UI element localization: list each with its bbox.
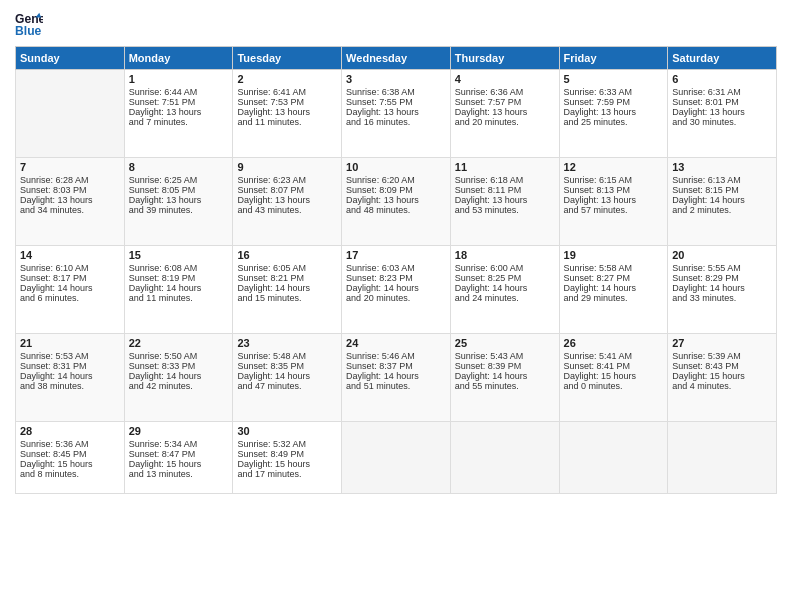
weekday-header-saturday: Saturday <box>668 47 777 70</box>
daylight-text: and 7 minutes. <box>129 117 229 127</box>
day-number: 9 <box>237 161 337 173</box>
week-row-1: 1Sunrise: 6:44 AMSunset: 7:51 PMDaylight… <box>16 70 777 158</box>
daylight-text: Daylight: 14 hours <box>672 195 772 205</box>
daylight-text: Daylight: 13 hours <box>346 107 446 117</box>
daylight-text: Daylight: 14 hours <box>20 371 120 381</box>
sunrise-text: Sunrise: 6:13 AM <box>672 175 772 185</box>
daylight-text: and 25 minutes. <box>564 117 664 127</box>
daylight-text: and 0 minutes. <box>564 381 664 391</box>
calendar-cell: 22Sunrise: 5:50 AMSunset: 8:33 PMDayligh… <box>124 334 233 422</box>
sunrise-text: Sunrise: 6:38 AM <box>346 87 446 97</box>
sunset-text: Sunset: 7:59 PM <box>564 97 664 107</box>
calendar-cell: 20Sunrise: 5:55 AMSunset: 8:29 PMDayligh… <box>668 246 777 334</box>
daylight-text: and 11 minutes. <box>129 293 229 303</box>
day-number: 5 <box>564 73 664 85</box>
daylight-text: and 20 minutes. <box>346 293 446 303</box>
day-number: 20 <box>672 249 772 261</box>
sunrise-text: Sunrise: 6:36 AM <box>455 87 555 97</box>
daylight-text: and 15 minutes. <box>237 293 337 303</box>
calendar-cell: 23Sunrise: 5:48 AMSunset: 8:35 PMDayligh… <box>233 334 342 422</box>
daylight-text: and 24 minutes. <box>455 293 555 303</box>
sunrise-text: Sunrise: 5:41 AM <box>564 351 664 361</box>
sunset-text: Sunset: 8:21 PM <box>237 273 337 283</box>
daylight-text: Daylight: 14 hours <box>129 371 229 381</box>
day-number: 29 <box>129 425 229 437</box>
daylight-text: and 4 minutes. <box>672 381 772 391</box>
daylight-text: and 51 minutes. <box>346 381 446 391</box>
calendar-cell: 5Sunrise: 6:33 AMSunset: 7:59 PMDaylight… <box>559 70 668 158</box>
daylight-text: Daylight: 14 hours <box>564 283 664 293</box>
daylight-text: Daylight: 14 hours <box>455 283 555 293</box>
calendar-cell: 30Sunrise: 5:32 AMSunset: 8:49 PMDayligh… <box>233 422 342 494</box>
sunrise-text: Sunrise: 6:00 AM <box>455 263 555 273</box>
daylight-text: Daylight: 14 hours <box>129 283 229 293</box>
day-number: 13 <box>672 161 772 173</box>
weekday-header-thursday: Thursday <box>450 47 559 70</box>
header: General Blue <box>15 10 777 38</box>
daylight-text: Daylight: 15 hours <box>129 459 229 469</box>
calendar-header: SundayMondayTuesdayWednesdayThursdayFrid… <box>16 47 777 70</box>
sunrise-text: Sunrise: 6:10 AM <box>20 263 120 273</box>
sunrise-text: Sunrise: 5:39 AM <box>672 351 772 361</box>
day-number: 12 <box>564 161 664 173</box>
sunrise-text: Sunrise: 6:15 AM <box>564 175 664 185</box>
sunrise-text: Sunrise: 5:43 AM <box>455 351 555 361</box>
calendar-table: SundayMondayTuesdayWednesdayThursdayFrid… <box>15 46 777 494</box>
daylight-text: Daylight: 13 hours <box>564 195 664 205</box>
daylight-text: and 53 minutes. <box>455 205 555 215</box>
sunset-text: Sunset: 8:41 PM <box>564 361 664 371</box>
daylight-text: and 13 minutes. <box>129 469 229 479</box>
day-number: 2 <box>237 73 337 85</box>
sunset-text: Sunset: 8:29 PM <box>672 273 772 283</box>
sunset-text: Sunset: 8:19 PM <box>129 273 229 283</box>
calendar-cell: 9Sunrise: 6:23 AMSunset: 8:07 PMDaylight… <box>233 158 342 246</box>
calendar-cell: 16Sunrise: 6:05 AMSunset: 8:21 PMDayligh… <box>233 246 342 334</box>
day-number: 28 <box>20 425 120 437</box>
daylight-text: and 38 minutes. <box>20 381 120 391</box>
daylight-text: Daylight: 15 hours <box>237 459 337 469</box>
sunset-text: Sunset: 8:27 PM <box>564 273 664 283</box>
daylight-text: and 2 minutes. <box>672 205 772 215</box>
sunrise-text: Sunrise: 6:44 AM <box>129 87 229 97</box>
daylight-text: Daylight: 14 hours <box>237 371 337 381</box>
daylight-text: and 48 minutes. <box>346 205 446 215</box>
daylight-text: and 20 minutes. <box>455 117 555 127</box>
weekday-header-wednesday: Wednesday <box>342 47 451 70</box>
daylight-text: Daylight: 13 hours <box>129 195 229 205</box>
calendar-cell <box>450 422 559 494</box>
sunset-text: Sunset: 8:39 PM <box>455 361 555 371</box>
day-number: 22 <box>129 337 229 349</box>
calendar-cell: 3Sunrise: 6:38 AMSunset: 7:55 PMDaylight… <box>342 70 451 158</box>
day-number: 10 <box>346 161 446 173</box>
sunrise-text: Sunrise: 5:32 AM <box>237 439 337 449</box>
daylight-text: and 34 minutes. <box>20 205 120 215</box>
calendar-cell <box>668 422 777 494</box>
day-number: 17 <box>346 249 446 261</box>
week-row-3: 14Sunrise: 6:10 AMSunset: 8:17 PMDayligh… <box>16 246 777 334</box>
calendar-cell: 27Sunrise: 5:39 AMSunset: 8:43 PMDayligh… <box>668 334 777 422</box>
day-number: 21 <box>20 337 120 349</box>
daylight-text: Daylight: 13 hours <box>346 195 446 205</box>
calendar-cell: 8Sunrise: 6:25 AMSunset: 8:05 PMDaylight… <box>124 158 233 246</box>
day-number: 15 <box>129 249 229 261</box>
sunset-text: Sunset: 8:33 PM <box>129 361 229 371</box>
sunset-text: Sunset: 8:05 PM <box>129 185 229 195</box>
day-number: 14 <box>20 249 120 261</box>
calendar-cell: 21Sunrise: 5:53 AMSunset: 8:31 PMDayligh… <box>16 334 125 422</box>
day-number: 30 <box>237 425 337 437</box>
daylight-text: Daylight: 13 hours <box>455 195 555 205</box>
daylight-text: and 55 minutes. <box>455 381 555 391</box>
calendar-cell: 17Sunrise: 6:03 AMSunset: 8:23 PMDayligh… <box>342 246 451 334</box>
sunset-text: Sunset: 7:57 PM <box>455 97 555 107</box>
daylight-text: and 47 minutes. <box>237 381 337 391</box>
daylight-text: Daylight: 14 hours <box>346 283 446 293</box>
weekday-header-monday: Monday <box>124 47 233 70</box>
calendar-cell: 26Sunrise: 5:41 AMSunset: 8:41 PMDayligh… <box>559 334 668 422</box>
logo-icon: General Blue <box>15 10 43 38</box>
day-number: 16 <box>237 249 337 261</box>
calendar-cell: 10Sunrise: 6:20 AMSunset: 8:09 PMDayligh… <box>342 158 451 246</box>
sunrise-text: Sunrise: 6:31 AM <box>672 87 772 97</box>
daylight-text: and 16 minutes. <box>346 117 446 127</box>
weekday-header-tuesday: Tuesday <box>233 47 342 70</box>
calendar-cell: 1Sunrise: 6:44 AMSunset: 7:51 PMDaylight… <box>124 70 233 158</box>
